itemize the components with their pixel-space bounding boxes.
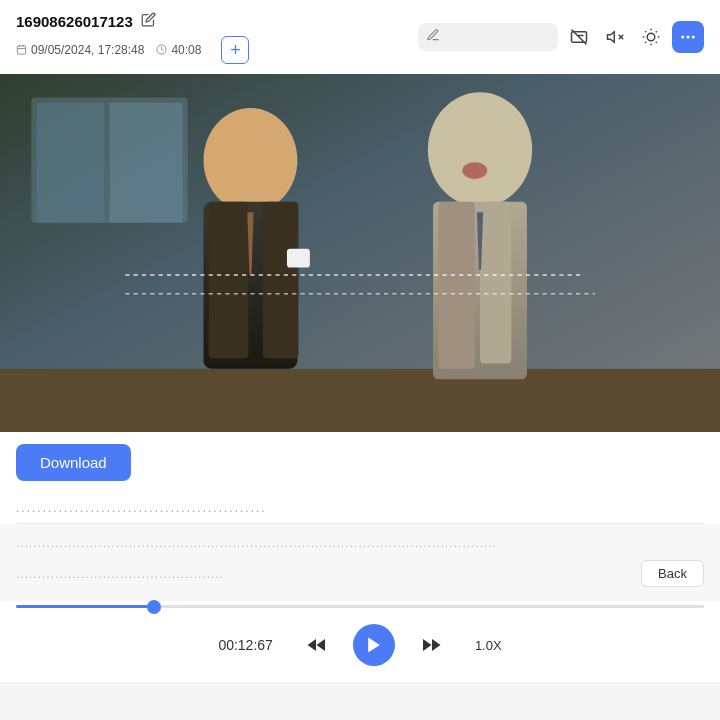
header-meta: 09/05/2024, 17:28:48 40:08 +	[16, 36, 249, 64]
fast-forward-button[interactable]	[415, 629, 447, 661]
svg-rect-26	[37, 103, 105, 223]
back-button[interactable]: Back	[641, 560, 704, 587]
subtitle-row-2: ........................................…	[16, 554, 704, 593]
rewind-button[interactable]	[301, 629, 333, 661]
play-button[interactable]	[353, 624, 395, 666]
video-frame	[0, 74, 720, 432]
subtitle-row-1: ........................................…	[16, 532, 704, 554]
calendar-icon	[16, 44, 27, 57]
svg-line-15	[645, 31, 646, 32]
time-display: 00:12:67	[218, 637, 273, 653]
duration-value: 40:08	[171, 43, 201, 57]
svg-line-19	[645, 42, 646, 43]
speed-badge[interactable]: 1.0X	[475, 638, 502, 653]
svg-rect-28	[0, 369, 720, 432]
brightness-icon	[642, 28, 660, 46]
progress-bar-container	[0, 601, 720, 612]
edit-id-button[interactable]	[139, 10, 158, 32]
svg-rect-27	[110, 103, 183, 223]
progress-track[interactable]	[16, 605, 704, 608]
no-subtitle-button[interactable]	[564, 22, 594, 52]
toolbar	[418, 21, 704, 53]
svg-point-40	[462, 162, 487, 179]
fast-forward-icon	[419, 633, 443, 657]
id-row: 16908626017123	[16, 10, 249, 32]
svg-line-16	[656, 42, 657, 43]
svg-line-20	[656, 31, 657, 32]
svg-rect-32	[263, 202, 298, 359]
svg-point-21	[681, 36, 684, 39]
svg-point-23	[692, 36, 695, 39]
svg-point-22	[687, 36, 690, 39]
no-audio-icon	[606, 28, 624, 46]
clock-icon	[156, 44, 167, 57]
svg-marker-9	[608, 32, 615, 43]
duration-meta: 40:08	[156, 43, 201, 57]
info-section: ........................................…	[0, 493, 720, 524]
play-icon	[364, 635, 384, 655]
date-meta: 09/05/2024, 17:28:48	[16, 43, 144, 57]
progress-thumb[interactable]	[147, 600, 161, 614]
no-audio-button[interactable]	[600, 22, 630, 52]
svg-rect-34	[287, 249, 310, 268]
date-value: 09/05/2024, 17:28:48	[31, 43, 144, 57]
header: 16908626017123 09/05/2024, 17:28:48	[0, 0, 720, 74]
action-bar: Download	[0, 432, 720, 493]
brightness-button[interactable]	[636, 22, 666, 52]
svg-point-35	[428, 92, 532, 207]
progress-fill	[16, 605, 154, 608]
no-subtitle-icon	[570, 28, 588, 46]
svg-rect-0	[17, 45, 25, 53]
subtitle-area: ........................................…	[0, 524, 720, 601]
edit-icon	[141, 12, 156, 27]
player-controls: 00:12:67 1.0X	[0, 612, 720, 682]
svg-point-12	[647, 33, 655, 41]
rewind-icon	[305, 633, 329, 657]
info-row-1: ........................................…	[16, 493, 704, 524]
more-dots-icon	[679, 28, 697, 46]
search-pencil-icon	[426, 28, 440, 46]
header-left: 16908626017123 09/05/2024, 17:28:48	[16, 10, 249, 64]
recording-id: 16908626017123	[16, 13, 133, 30]
svg-rect-37	[438, 202, 475, 369]
add-button[interactable]: +	[221, 36, 249, 64]
svg-rect-38	[480, 202, 511, 364]
download-button[interactable]: Download	[16, 444, 131, 481]
more-button[interactable]	[672, 21, 704, 53]
svg-rect-31	[209, 202, 249, 359]
svg-marker-43	[368, 638, 380, 653]
subtitle-text: ........................................…	[16, 563, 224, 585]
svg-point-29	[203, 108, 297, 212]
video-container	[0, 74, 720, 432]
